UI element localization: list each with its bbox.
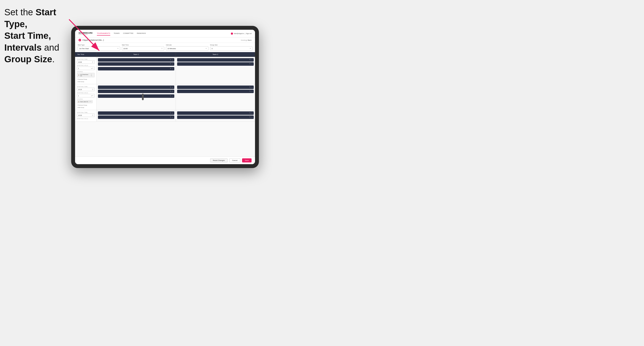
- team1-cell-2: ✎ × ✎ × ✎ ×: [97, 84, 176, 110]
- starting-hole-label-1: STARTING HOLE:: [77, 65, 95, 66]
- hosting-label: Hosting: [241, 39, 246, 41]
- close-icon[interactable]: ×: [172, 59, 173, 61]
- close-icon[interactable]: ×: [252, 91, 252, 92]
- starting-time-input-3[interactable]: 10:20 ⏱: [77, 114, 95, 117]
- instruction-line2: Start Time,: [4, 31, 51, 41]
- sign-out-link[interactable]: Sign out: [246, 33, 252, 34]
- group-left-3: STARTING TIME: 10:20 ⏱ STARTING HOLE:: [75, 110, 97, 122]
- group-left-2: STARTING TIME: 10:10 ⏱ STARTING HOLE: 1 …: [75, 84, 97, 110]
- edit-icon[interactable]: ✎: [170, 86, 171, 88]
- back-button[interactable]: ‹ Back: [246, 39, 252, 41]
- user-avatar-dot: [231, 32, 233, 35]
- group-size-select[interactable]: 3 ▼: [210, 46, 253, 51]
- user-email: blair@clippd.io: [234, 33, 244, 34]
- add-group-1[interactable]: + Add Group: [77, 81, 95, 82]
- close-icon[interactable]: ×: [252, 112, 252, 114]
- remove-group-1[interactable]: ○Remove Group: [77, 78, 95, 80]
- col-team2: Team 2: [176, 52, 255, 57]
- course-tag-2: 🏌 East Lake GC × ✎: [77, 100, 93, 103]
- edit-icon[interactable]: ✎: [170, 95, 171, 97]
- group-row-1: STARTING TIME: 10:00 ⏱ STARTING HOLE: 1 …: [75, 57, 255, 84]
- edit-icon[interactable]: ✎: [250, 112, 251, 114]
- nav-bar: SCOREBOARD Powered by clipp'd TOURNAMENT…: [75, 30, 255, 37]
- instruction-period: .: [52, 54, 55, 64]
- edit-icon[interactable]: ✎: [170, 68, 171, 70]
- nav-tab-rankings[interactable]: RANKINGS: [137, 31, 146, 35]
- nav-user: blair@clippd.io | Sign out: [231, 32, 252, 35]
- team2-cell-3: ✎ × ✎ ×: [176, 110, 255, 122]
- edit-icon[interactable]: ✎: [250, 116, 251, 118]
- table-header: Tee Time Team 1 Team 2: [75, 52, 255, 57]
- course-tag-1: 🏌 (A) Peachtree GC × ✎: [77, 73, 95, 77]
- close-icon[interactable]: ×: [172, 91, 173, 92]
- instruction-line3: Intervals: [4, 42, 42, 53]
- nav-tab-teams[interactable]: TEAMS: [114, 31, 120, 35]
- group-row-3: STARTING TIME: 10:20 ⏱ STARTING HOLE: ✎ …: [75, 110, 255, 122]
- close-icon[interactable]: ×: [172, 112, 173, 114]
- team2-cell-1: ✎ × ✎ ×: [176, 57, 255, 84]
- edit-icon[interactable]: ✎: [250, 86, 251, 88]
- save-button[interactable]: Save: [242, 158, 252, 163]
- starting-time-label-1: STARTING TIME:: [77, 59, 95, 60]
- team1-cell-3: ✎ × ✎ ×: [97, 110, 176, 122]
- start-type-select[interactable]: 1st Tee Start ▼: [78, 46, 120, 51]
- footer: Reset Changes Cancel Save: [75, 157, 255, 164]
- remove-group-2[interactable]: ○Remove Group: [77, 104, 95, 106]
- player-row: ✎ ×: [98, 116, 174, 119]
- group-left-1: STARTING TIME: 10:00 ⏱ STARTING HOLE: 1 …: [75, 57, 97, 84]
- starting-time-input-2[interactable]: 10:10 ⏱: [77, 88, 95, 91]
- instruction-line1: Set the: [4, 7, 36, 17]
- player-row: ✎ ×: [177, 58, 254, 62]
- starting-time-input-1[interactable]: 10:00 ⏱: [77, 60, 95, 64]
- nav-tab-committee[interactable]: COMMITTEE: [123, 31, 133, 35]
- edit-icon[interactable]: ✎: [250, 90, 251, 92]
- side-button: [142, 94, 144, 100]
- start-time-value: 10:00: [124, 48, 128, 49]
- close-icon[interactable]: ×: [172, 117, 173, 118]
- instruction-and: and: [42, 42, 59, 53]
- starting-time-label-2: STARTING TIME:: [77, 86, 95, 87]
- edit-icon[interactable]: ✎: [170, 59, 171, 61]
- edit-icon[interactable]: ✎: [250, 63, 251, 65]
- player-row: ✎ ×: [98, 67, 174, 70]
- main-content: Tee Time Team 1 Team 2 STARTING TIME: 10…: [75, 52, 255, 157]
- course-remove-1[interactable]: × ✎: [91, 73, 94, 77]
- close-icon[interactable]: ×: [252, 117, 252, 118]
- add-group-2[interactable]: + Add Group: [77, 107, 95, 108]
- tournament-logo: C: [78, 39, 81, 41]
- col-team1: Team 1: [97, 52, 176, 57]
- edit-icon[interactable]: ✎: [170, 90, 171, 92]
- player-row: ✎ ×: [98, 90, 174, 93]
- edit-icon[interactable]: ✎: [170, 112, 171, 114]
- close-icon[interactable]: ×: [252, 59, 252, 61]
- starting-hole-label-2: STARTING HOLE:: [77, 92, 95, 94]
- edit-icon[interactable]: ✎: [170, 63, 171, 65]
- sub-header: C Clippd Invitational (Me...) Hosting ‹ …: [75, 37, 255, 43]
- player-row: ✎ ×: [98, 111, 174, 115]
- reset-changes-button[interactable]: Reset Changes: [210, 158, 228, 163]
- intervals-label: Intervals: [166, 44, 208, 46]
- edit-icon[interactable]: ✎: [250, 59, 251, 61]
- starting-hole-input-2[interactable]: 1 ▲▼: [77, 94, 95, 97]
- edit-icon[interactable]: ✎: [170, 116, 171, 118]
- course-label-2: COURSE:: [77, 98, 95, 100]
- close-icon[interactable]: ×: [172, 95, 173, 97]
- close-icon[interactable]: ×: [252, 63, 252, 65]
- close-icon[interactable]: ×: [172, 68, 173, 70]
- tournament-title: Clippd Invitational (Me...): [82, 39, 239, 41]
- close-icon[interactable]: ×: [172, 63, 173, 65]
- close-icon[interactable]: ×: [172, 87, 173, 88]
- separator: |: [245, 33, 245, 34]
- cancel-button[interactable]: Cancel: [229, 158, 240, 163]
- group-row-2: STARTING TIME: 10:10 ⏱ STARTING HOLE: 1 …: [75, 84, 255, 110]
- start-time-select[interactable]: 10:00 ⏱: [122, 46, 164, 51]
- nav-tab-tournaments[interactable]: TOURNAMENTS: [97, 31, 110, 35]
- start-time-group: Start Time 10:00 ⏱: [122, 44, 164, 51]
- course-remove-2[interactable]: × ✎: [89, 101, 92, 103]
- intervals-select[interactable]: 10 Minutes ▼: [166, 46, 208, 51]
- starting-time-label-3: STARTING TIME:: [77, 112, 95, 113]
- close-icon[interactable]: ×: [252, 87, 252, 88]
- stepper-arrows-2: ▲▼: [91, 95, 94, 96]
- starting-hole-label-3: STARTING HOLE:: [77, 118, 95, 119]
- starting-hole-input-1[interactable]: 1 ▲▼: [77, 67, 95, 70]
